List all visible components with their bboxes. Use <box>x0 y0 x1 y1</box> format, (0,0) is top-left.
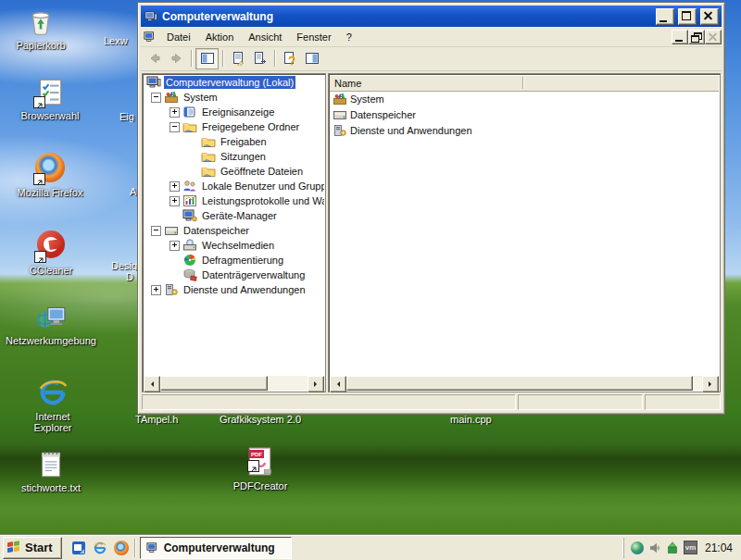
desktop-icon-internet-explorer[interactable]: Internet Explorer <box>18 377 88 433</box>
tree-item-datenspeicher[interactable]: Datenspeicher <box>144 223 324 238</box>
properties-icon[interactable] <box>227 49 248 68</box>
tree-item-geoeffnete-dateien[interactable]: Geöffnete Dateien <box>144 164 324 179</box>
taskbar: Start Computerverwaltung <box>0 534 741 560</box>
list-item-system[interactable]: System <box>330 91 719 106</box>
child-restore-button[interactable] <box>688 30 705 44</box>
help-icon[interactable] <box>279 49 300 68</box>
column-header-name[interactable]: Name <box>330 75 719 92</box>
start-button-label: Start <box>25 541 53 554</box>
expand-expander-icon[interactable] <box>151 285 161 295</box>
tree-item-datentraegerverwaltung[interactable]: Datenträgerverwaltung <box>144 268 324 282</box>
menu-datei[interactable]: Datei <box>159 30 198 44</box>
start-button[interactable]: Start <box>3 537 62 559</box>
tree-item-freigaben[interactable]: Freigaben <box>144 134 324 149</box>
tree-item-system[interactable]: System <box>144 90 324 105</box>
tree-item-geraete-manager[interactable]: Geräte-Manager <box>144 208 324 223</box>
scroll-right-button[interactable] <box>308 376 324 392</box>
vmware-tools-icon[interactable]: vm <box>684 541 697 554</box>
menu-aktion[interactable]: Aktion <box>198 30 242 44</box>
desktop-icon-netzwerkumgebung[interactable]: Netzwerkumgebung <box>5 301 97 346</box>
list-horizontal-scrollbar[interactable] <box>330 376 719 391</box>
desktop-icon-label-tampel[interactable]: TAmpel.h <box>135 414 191 425</box>
close-button[interactable] <box>700 8 719 25</box>
collapse-expander-icon[interactable] <box>151 93 161 103</box>
details-pane: Name System Datenspeicher Dienste und An… <box>328 73 721 392</box>
expand-expander-icon[interactable] <box>170 181 180 192</box>
minimize-button[interactable] <box>656 8 674 25</box>
scrollbar-track[interactable] <box>346 376 702 391</box>
update-arrow-icon[interactable] <box>666 541 680 554</box>
tree-item-label: Geöffnete Dateien <box>219 165 305 178</box>
scroll-left-button[interactable] <box>144 376 160 392</box>
collapse-expander-icon[interactable] <box>170 122 180 132</box>
tree-horizontal-scrollbar[interactable] <box>144 376 324 391</box>
tree-item-computerverwaltung-lokal[interactable]: Computerverwaltung (Lokal) <box>144 75 324 90</box>
desktop-icon-ccleaner[interactable]: CCleaner <box>16 229 86 276</box>
show-panel-icon[interactable] <box>301 49 322 68</box>
tree-item-dienste-und-anwendungen[interactable]: Dienste und Anwendungen <box>144 282 324 297</box>
tree-item-ereignisanzeige[interactable]: Ereignisanzeige <box>144 105 324 119</box>
desktop-icon-label-grafiksystem[interactable]: Grafkiksystem 2.0 <box>220 414 321 425</box>
scroll-right-button[interactable] <box>702 376 719 392</box>
show-hide-console-tree-icon[interactable] <box>195 48 219 69</box>
desktop-icon-browserwahl[interactable]: Browserwahl <box>15 76 85 121</box>
services-icon <box>333 123 347 138</box>
expand-expander-icon[interactable] <box>170 196 180 206</box>
taskbar-clock[interactable]: 21:04 <box>701 541 738 554</box>
scroll-left-button[interactable] <box>330 376 346 392</box>
child-minimize-button[interactable] <box>672 30 688 44</box>
desktop[interactable]: Papierkorb Browserwahl Mozilla Firefo <box>0 0 741 560</box>
desktop-icon-mozilla-firefox[interactable]: Mozilla Firefox <box>15 152 85 198</box>
console-window-icon[interactable] <box>143 31 157 44</box>
computer-management-window: Computerverwaltung Datei Aktion Ansicht … <box>137 2 725 415</box>
desktop-icon-stichworte[interactable]: stichworte.txt <box>16 448 86 493</box>
back-icon[interactable] <box>144 49 165 68</box>
scrollbar-thumb[interactable] <box>160 376 268 391</box>
maximize-button[interactable] <box>678 8 697 25</box>
desktop-icon-label-partial-eigene[interactable]: Eig <box>119 111 137 122</box>
shared-folder-icon <box>201 149 216 164</box>
desktop-icon-label-maincpp[interactable]: main.cpp <box>450 414 501 425</box>
shared-folder-icon <box>201 164 216 179</box>
scrollbar-thumb[interactable] <box>346 376 693 391</box>
expand-expander-icon[interactable] <box>170 107 180 118</box>
status-panel <box>142 394 516 410</box>
scrollbar-track[interactable] <box>160 376 308 391</box>
show-desktop-icon[interactable] <box>70 540 87 556</box>
volume-icon[interactable] <box>648 541 662 554</box>
quick-launch <box>70 540 130 556</box>
toolbar <box>141 46 722 71</box>
desktop-icon-papierkorb[interactable]: Papierkorb <box>6 6 76 51</box>
firefox-icon[interactable] <box>113 540 130 556</box>
task-button-computerverwaltung[interactable]: Computerverwaltung <box>140 537 292 559</box>
network-globe-icon[interactable] <box>631 541 645 554</box>
desktop-icon-label-partial-design[interactable]: Desig <box>111 260 137 271</box>
tree-item-label: Wechselmedien <box>200 239 276 252</box>
menu-ansicht[interactable]: Ansicht <box>241 30 289 44</box>
menu-hilfe[interactable]: ? <box>339 30 359 44</box>
tree-item-freigegebene-ordner[interactable]: Freigegebene Ordner <box>144 119 324 134</box>
menu-fenster[interactable]: Fenster <box>289 30 338 44</box>
export-list-icon[interactable] <box>249 49 270 68</box>
desktop-icon-label-partial-design2[interactable]: D <box>126 271 137 282</box>
collapse-expander-icon[interactable] <box>151 226 161 236</box>
expand-expander-icon[interactable] <box>170 241 180 251</box>
recycle-bin-icon <box>25 6 57 37</box>
desktop-icon-label-partial-lexware[interactable]: Lexw <box>104 35 137 46</box>
tree-item-leistungsprotokolle[interactable]: Leistungsprotokolle und Warnungen <box>144 193 324 208</box>
list-item-datenspeicher[interactable]: Datenspeicher <box>330 106 719 122</box>
desktop-icon-label: stichworte.txt <box>16 482 86 493</box>
desktop-icon-pdfcreator[interactable]: PDF PDFCreator <box>225 446 295 492</box>
tree-item-defragmentierung[interactable]: Defragmentierung <box>144 253 324 268</box>
tree-item-wechselmedien[interactable]: Wechselmedien <box>144 238 324 253</box>
list-item-dienste-und-anwendungen[interactable]: Dienste und Anwendungen <box>330 122 719 138</box>
internet-explorer-icon[interactable] <box>92 540 108 556</box>
forward-icon[interactable] <box>166 49 187 68</box>
storage-icon <box>333 107 347 122</box>
title-bar[interactable]: Computerverwaltung <box>141 6 722 27</box>
child-close-button[interactable] <box>705 30 722 44</box>
tree-item-lokale-benutzer-und-gruppen[interactable]: Lokale Benutzer und Gruppen <box>144 179 324 193</box>
desktop-icon-label-partial-a[interactable]: A <box>130 186 137 197</box>
tree-item-sitzungen[interactable]: Sitzungen <box>144 149 324 164</box>
desktop-icon-label: PDFCreator <box>225 480 295 492</box>
